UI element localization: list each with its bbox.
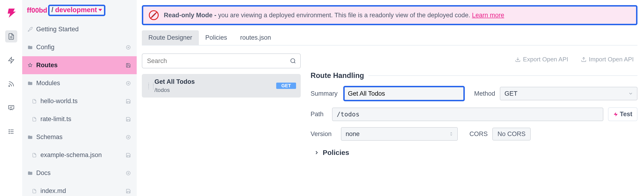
cors-label: CORS [470, 130, 488, 138]
logo [5, 6, 17, 19]
tree-example-schema[interactable]: example-schema.json [22, 146, 137, 164]
bolt-icon [8, 57, 15, 64]
row-version-cors: Version none CORS No CORS [310, 127, 638, 141]
upload-icon [581, 57, 586, 62]
chevron-right-icon [314, 150, 320, 155]
tabs: Route Designer Policies routes.json [142, 30, 638, 45]
file-icon [8, 33, 15, 40]
breadcrumb: ff00bd / development [22, 3, 137, 20]
add-icon[interactable] [125, 134, 132, 141]
iconbar-rss[interactable] [5, 78, 17, 90]
search-icon [290, 58, 296, 64]
download-icon [515, 57, 520, 62]
drag-handle-icon[interactable]: ⋮⋮⋮⋮⋮⋮ [146, 84, 151, 88]
summary-input[interactable] [343, 86, 465, 101]
file-icon [32, 152, 37, 158]
iconbar-bolt[interactable] [5, 54, 17, 66]
svg-point-25 [291, 59, 295, 62]
iconbar-list[interactable] [5, 126, 17, 138]
svg-point-8 [9, 130, 10, 130]
tab-route-designer[interactable]: Route Designer [142, 30, 199, 45]
save-icon[interactable] [125, 116, 132, 123]
folder-icon [27, 170, 33, 176]
folder-icon [27, 80, 33, 86]
no-edit-icon [148, 10, 159, 20]
test-button[interactable]: Test [608, 107, 638, 121]
main: Read-only Mode - you are viewing a deplo… [137, 0, 644, 196]
breadcrumb-env-selector[interactable]: / development [48, 5, 106, 16]
rocket-icon [27, 27, 33, 32]
learn-more-link[interactable]: Learn more [472, 12, 504, 19]
rss-icon [8, 80, 15, 87]
import-openapi-button[interactable]: Import Open API [577, 53, 638, 65]
method-label: Method [474, 90, 495, 97]
iconbar [0, 0, 22, 196]
save-icon[interactable] [125, 62, 132, 69]
svg-line-26 [294, 62, 295, 63]
folder-icon [27, 44, 33, 50]
tree-index-md[interactable]: index.md [22, 182, 137, 196]
tree-hello-world[interactable]: hello-world.ts [22, 92, 137, 110]
list-icon [8, 128, 15, 135]
bolt-icon [613, 112, 618, 117]
routes-icon [27, 62, 33, 68]
row-summary-method: Summary Method GET [310, 86, 638, 101]
method-badge: GET [276, 83, 296, 89]
row-path: Path Test [310, 107, 638, 121]
tree-getting-started[interactable]: Getting Started [22, 20, 137, 38]
policies-accordion[interactable]: Policies [310, 147, 638, 159]
tab-policies[interactable]: Policies [199, 30, 234, 45]
divider [368, 75, 638, 76]
caret-down-icon [98, 9, 102, 11]
breadcrumb-sep: / [52, 6, 53, 14]
presentation-icon [8, 104, 15, 111]
toolbar: Export Open API Import Open API [310, 53, 638, 65]
file-icon [32, 116, 37, 122]
banner-text: Read-only Mode - you are viewing a deplo… [164, 12, 504, 19]
sidebar: ff00bd / development Getting Started Con… [22, 0, 137, 196]
content: ⋮⋮⋮⋮⋮⋮ Get All Todos /todos GET Export O… [142, 45, 638, 196]
route-path: /todos [154, 87, 273, 93]
route-title: Get All Todos [154, 78, 273, 85]
section-route-handling: Route Handling [310, 71, 638, 80]
readonly-banner: Read-only Mode - you are viewing a deplo… [142, 5, 638, 25]
save-icon[interactable] [125, 188, 132, 194]
summary-label: Summary [310, 90, 338, 97]
iconbar-files[interactable] [5, 30, 17, 42]
save-icon[interactable] [125, 152, 132, 159]
route-info: Get All Todos /todos [154, 78, 273, 93]
breadcrumb-project[interactable]: ff00bd [27, 6, 47, 14]
tree-config[interactable]: Config [22, 38, 137, 56]
svg-point-3 [9, 86, 10, 87]
tab-routes-json[interactable]: routes.json [234, 30, 278, 45]
save-icon[interactable] [125, 98, 132, 105]
svg-marker-2 [8, 57, 14, 63]
search-box [142, 53, 301, 68]
add-icon[interactable] [125, 80, 132, 87]
svg-marker-29 [614, 112, 618, 116]
file-icon [32, 188, 37, 194]
path-input[interactable] [332, 108, 603, 121]
tree-rate-limit[interactable]: rate-limit.ts [22, 110, 137, 128]
export-openapi-button[interactable]: Export Open API [511, 53, 572, 65]
svg-point-10 [9, 133, 10, 134]
tree-schemas[interactable]: Schemas [22, 128, 137, 146]
svg-point-9 [9, 131, 10, 132]
method-select[interactable]: GET [500, 87, 638, 100]
routes-panel: ⋮⋮⋮⋮⋮⋮ Get All Todos /todos GET [142, 53, 301, 196]
search-input[interactable] [142, 53, 301, 68]
version-label: Version [310, 130, 336, 138]
version-select[interactable]: none [341, 127, 458, 141]
svg-line-24 [151, 12, 157, 18]
tree-docs[interactable]: Docs [22, 164, 137, 182]
detail-panel: Export Open API Import Open API Route Ha… [310, 53, 638, 196]
cors-value[interactable]: No CORS [492, 128, 531, 141]
tree-routes[interactable]: Routes [22, 56, 137, 74]
add-icon[interactable] [125, 44, 132, 51]
folder-icon [27, 134, 33, 140]
route-card[interactable]: ⋮⋮⋮⋮⋮⋮ Get All Todos /todos GET [142, 74, 301, 98]
tree-modules[interactable]: Modules [22, 74, 137, 92]
iconbar-presentation[interactable] [5, 102, 17, 114]
add-icon[interactable] [125, 170, 132, 176]
file-icon [32, 98, 37, 104]
